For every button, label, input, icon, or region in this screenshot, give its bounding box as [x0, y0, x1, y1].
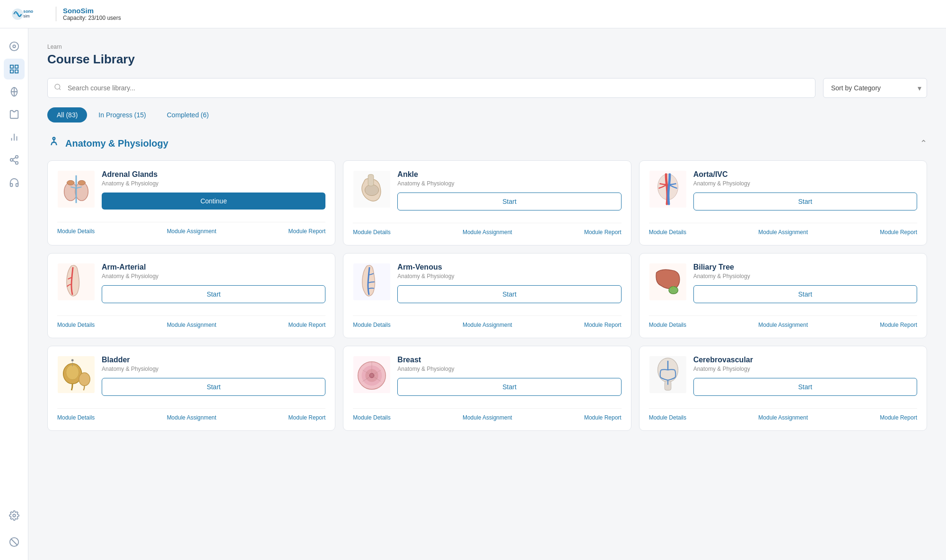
module-details-link-ankle[interactable]: Module Details: [353, 229, 390, 236]
app-name: SonoSim: [63, 7, 121, 15]
svg-point-42: [66, 365, 79, 380]
svg-line-15: [12, 160, 15, 162]
card-top-bladder: Bladder Anatomy & Physiology Start: [57, 356, 325, 396]
sidebar-item-modules[interactable]: [4, 81, 25, 102]
svg-point-44: [71, 359, 74, 361]
module-report-link-adrenal-glands[interactable]: Module Report: [289, 228, 326, 235]
logo-area: sono sim SonoSim Capacity: 23/100 users: [11, 5, 121, 24]
filter-tab-completed[interactable]: Completed (6): [158, 107, 219, 122]
cards-grid: Adrenal Glands Anatomy & Physiology Cont…: [47, 160, 927, 431]
module-details-link-breast[interactable]: Module Details: [353, 414, 390, 421]
card-top-aorta-ivc: Aorta/IVC Anatomy & Physiology Start: [649, 170, 917, 210]
card-links-adrenal-glands: Module Details Module Assignment Module …: [57, 222, 325, 235]
sidebar-item-help[interactable]: [4, 532, 25, 552]
module-assignment-link-arm-arterial[interactable]: Module Assignment: [167, 322, 217, 328]
card-aorta-ivc: Aorta/IVC Anatomy & Physiology Start Mod…: [639, 160, 927, 245]
card-subtitle-breast: Anatomy & Physiology: [397, 366, 621, 372]
module-report-link-aorta-ivc[interactable]: Module Report: [880, 229, 917, 236]
filter-tab-in-progress[interactable]: In Progress (15): [89, 107, 155, 122]
module-report-link-ankle[interactable]: Module Report: [584, 229, 622, 236]
start-button-bladder[interactable]: Start: [102, 378, 325, 396]
card-title-biliary-tree: Biliary Tree: [693, 263, 917, 271]
module-assignment-link-breast[interactable]: Module Assignment: [463, 414, 512, 421]
search-input[interactable]: [47, 78, 815, 98]
card-links-breast: Module Details Module Assignment Module …: [353, 408, 621, 421]
svg-line-21: [59, 88, 61, 90]
start-button-cerebrovascular[interactable]: Start: [693, 378, 917, 396]
card-top-ankle: Ankle Anatomy & Physiology Start: [353, 170, 621, 210]
start-button-biliary-tree[interactable]: Start: [693, 285, 917, 303]
start-button-ankle[interactable]: Start: [397, 192, 621, 210]
module-assignment-link-biliary-tree[interactable]: Module Assignment: [758, 322, 808, 328]
card-title-ankle: Ankle: [397, 170, 621, 179]
app-info: SonoSim Capacity: 23/100 users: [56, 7, 121, 21]
module-report-link-arm-arterial[interactable]: Module Report: [289, 322, 326, 328]
sidebar-item-listening[interactable]: [4, 172, 25, 193]
module-details-link-adrenal-glands[interactable]: Module Details: [57, 228, 95, 235]
collapse-section-button[interactable]: ⌃: [920, 138, 927, 149]
card-arm-venous: Arm-Venous Anatomy & Physiology Start Mo…: [343, 253, 631, 338]
card-links-cerebrovascular: Module Details Module Assignment Module …: [649, 408, 917, 421]
module-details-link-arm-arterial[interactable]: Module Details: [57, 322, 95, 328]
card-title-arm-arterial: Arm-Arterial: [102, 263, 325, 271]
start-button-breast[interactable]: Start: [397, 378, 621, 396]
module-details-link-biliary-tree[interactable]: Module Details: [649, 322, 686, 328]
svg-rect-8: [15, 70, 18, 73]
sidebar-item-share[interactable]: [4, 149, 25, 170]
card-title-breast: Breast: [397, 356, 621, 364]
card-image-breast: [353, 356, 391, 394]
module-report-link-breast[interactable]: Module Report: [584, 414, 622, 421]
svg-line-16: [12, 158, 15, 159]
sort-select[interactable]: Sort by Category Sort by Name Sort by St…: [823, 78, 927, 98]
card-ankle: Ankle Anatomy & Physiology Start Module …: [343, 160, 631, 245]
card-info-biliary-tree: Biliary Tree Anatomy & Physiology Start: [693, 263, 917, 303]
start-button-aorta-ivc[interactable]: Start: [693, 192, 917, 210]
module-details-link-aorta-ivc[interactable]: Module Details: [649, 229, 686, 236]
sidebar-item-analytics[interactable]: [4, 59, 25, 79]
svg-rect-33: [368, 175, 374, 186]
section-anatomy: Anatomy & Physiology ⌃: [47, 136, 927, 431]
filter-tabs: All (83) In Progress (15) Completed (6): [47, 107, 927, 122]
sidebar-item-dashboard[interactable]: [4, 36, 25, 57]
module-details-link-cerebrovascular[interactable]: Module Details: [649, 414, 686, 421]
card-subtitle-ankle: Anatomy & Physiology: [397, 180, 621, 187]
svg-point-13: [10, 158, 13, 161]
card-image-biliary-tree: [649, 263, 687, 301]
module-report-link-bladder[interactable]: Module Report: [289, 414, 326, 421]
sort-select-wrap: Sort by Category Sort by Name Sort by St…: [823, 78, 927, 98]
filter-tab-all[interactable]: All (83): [47, 107, 87, 122]
module-report-link-arm-venous[interactable]: Module Report: [584, 322, 622, 328]
section-title-area: Anatomy & Physiology: [47, 136, 168, 151]
card-info-aorta-ivc: Aorta/IVC Anatomy & Physiology Start: [693, 170, 917, 210]
app-header: sono sim SonoSim Capacity: 23/100 users: [0, 0, 946, 28]
card-info-ankle: Ankle Anatomy & Physiology Start: [397, 170, 621, 210]
sidebar-item-chart[interactable]: [4, 127, 25, 148]
module-report-link-biliary-tree[interactable]: Module Report: [880, 322, 917, 328]
svg-point-17: [13, 514, 16, 517]
svg-point-26: [67, 180, 75, 185]
module-details-link-bladder[interactable]: Module Details: [57, 414, 95, 421]
start-button-arm-venous[interactable]: Start: [397, 285, 621, 303]
continue-button-adrenal-glands[interactable]: Continue: [102, 192, 325, 210]
module-assignment-link-bladder[interactable]: Module Assignment: [167, 414, 217, 421]
sidebar-item-settings[interactable]: [4, 505, 25, 526]
module-report-link-cerebrovascular[interactable]: Module Report: [880, 414, 917, 421]
sidebar-item-probe[interactable]: [4, 104, 25, 125]
card-info-bladder: Bladder Anatomy & Physiology Start: [102, 356, 325, 396]
module-assignment-link-arm-venous[interactable]: Module Assignment: [463, 322, 512, 328]
module-details-link-arm-venous[interactable]: Module Details: [353, 322, 390, 328]
module-assignment-link-adrenal-glands[interactable]: Module Assignment: [167, 228, 217, 235]
svg-point-43: [79, 373, 90, 385]
card-links-ankle: Module Details Module Assignment Module …: [353, 223, 621, 236]
svg-point-3: [9, 42, 18, 51]
module-assignment-link-aorta-ivc[interactable]: Module Assignment: [758, 229, 808, 236]
sidebar: [0, 28, 28, 560]
module-assignment-link-cerebrovascular[interactable]: Module Assignment: [758, 414, 808, 421]
svg-text:sim: sim: [23, 14, 29, 18]
svg-point-20: [55, 84, 60, 89]
start-button-arm-arterial[interactable]: Start: [102, 285, 325, 303]
card-top-breast: Breast Anatomy & Physiology Start: [353, 356, 621, 396]
search-container: [47, 78, 815, 98]
card-links-bladder: Module Details Module Assignment Module …: [57, 408, 325, 421]
module-assignment-link-ankle[interactable]: Module Assignment: [463, 229, 512, 236]
